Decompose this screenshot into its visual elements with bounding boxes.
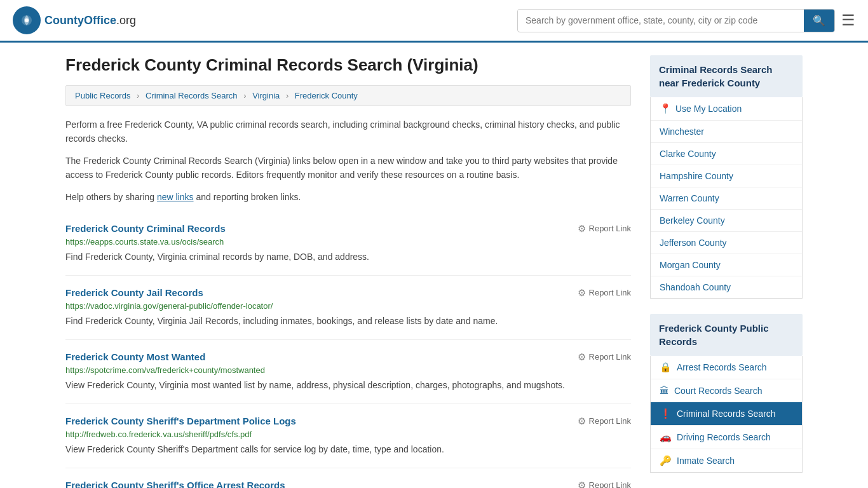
nearby-list-item[interactable]: Berkeley County [651, 210, 802, 232]
nearby-link-6[interactable]: Morgan County [651, 254, 802, 276]
search-bar: 🔍 [517, 9, 835, 32]
report-label-2: Report Link [589, 352, 631, 362]
public-records-list: 🔒Arrest Records Search🏛Court Records Sea… [650, 356, 803, 473]
breadcrumb-link-public-records[interactable]: Public Records [75, 91, 130, 100]
nearby-link-5[interactable]: Jefferson County [651, 232, 802, 254]
record-desc-0: Find Frederick County, Virginia criminal… [65, 250, 631, 264]
record-url-2: https://spotcrime.com/va/frederick+count… [65, 365, 631, 375]
use-location-link[interactable]: 📍Use My Location [651, 97, 802, 120]
record-url-3: http://fredweb.co.frederick.va.us/sherif… [65, 430, 631, 439]
record-title-0: Frederick County Criminal Records [65, 223, 226, 234]
breadcrumb-link-virginia[interactable]: Virginia [252, 91, 280, 100]
record-link-3[interactable]: Frederick County Sheriff's Department Po… [65, 416, 296, 426]
record-title-2: Frederick County Most Wanted [65, 351, 205, 362]
record-header: Frederick County Sheriff's Office Arrest… [65, 480, 631, 488]
main-content: Frederick County Criminal Records Search… [53, 43, 815, 488]
record-title-1: Frederick County Jail Records [65, 287, 203, 298]
breadcrumb: Public Records › Criminal Records Search… [65, 85, 631, 106]
desc3-before: Help others by sharing [65, 192, 157, 202]
public-records-link-1[interactable]: 🏛Court Records Search [651, 379, 802, 402]
nearby-link-1[interactable]: Clarke County [651, 143, 802, 165]
report-icon-4: ⚙ [578, 480, 586, 488]
public-records-link-2[interactable]: ❗Criminal Records Search [651, 402, 802, 425]
nearby-list-item[interactable]: Clarke County [651, 143, 802, 165]
nearby-list-item[interactable]: Jefferson County [651, 232, 802, 254]
breadcrumb-link-criminal-records[interactable]: Criminal Records Search [146, 91, 238, 100]
report-icon-2: ⚙ [578, 351, 586, 363]
nearby-title: Criminal Records Search near Frederick C… [650, 55, 803, 97]
record-item: Frederick County Most Wanted ⚙ Report Li… [65, 340, 631, 404]
record-url-1: https://vadoc.virginia.gov/general-publi… [65, 301, 631, 311]
public-records-list-item[interactable]: ❗Criminal Records Search [651, 402, 802, 426]
nearby-list-item[interactable]: Warren County [651, 187, 802, 210]
breadcrumb-sep-1: › [137, 91, 139, 100]
public-records-list-item[interactable]: 🚗Driving Records Search [651, 426, 802, 449]
record-desc-2: View Frederick County, Virginia most wan… [65, 379, 631, 392]
public-records-link-0[interactable]: 🔒Arrest Records Search [651, 356, 802, 379]
svg-point-2 [25, 18, 29, 22]
record-link-2[interactable]: Frederick County Most Wanted [65, 351, 205, 362]
public-records-list-item[interactable]: 🔑Inmate Search [651, 449, 802, 472]
public-records-list-item[interactable]: 🔒Arrest Records Search [651, 356, 802, 379]
record-item: Frederick County Jail Records ⚙ Report L… [65, 276, 631, 340]
nearby-link-4[interactable]: Berkeley County [651, 210, 802, 231]
report-link-3[interactable]: ⚙ Report Link [578, 416, 631, 427]
search-input[interactable] [518, 10, 804, 30]
record-item: Frederick County Criminal Records ⚙ Repo… [65, 212, 631, 276]
record-url-0: https://eapps.courts.state.va.us/ocis/se… [65, 237, 631, 247]
record-title-3: Frederick County Sheriff's Department Po… [65, 416, 296, 426]
nearby-link-0[interactable]: Winchester [651, 121, 802, 142]
report-link-4[interactable]: ⚙ Report Link [578, 480, 631, 488]
record-link-0[interactable]: Frederick County Criminal Records [65, 223, 226, 234]
report-label-4: Report Link [589, 480, 631, 488]
record-item: Frederick County Sheriff's Office Arrest… [65, 468, 631, 488]
report-label-3: Report Link [589, 416, 631, 426]
nearby-list-item[interactable]: Shandoah County [651, 276, 802, 298]
report-label-0: Report Link [589, 224, 631, 233]
nearby-use-location[interactable]: 📍Use My Location [651, 97, 802, 121]
public-records-link-4[interactable]: 🔑Inmate Search [651, 449, 802, 472]
nearby-link-2[interactable]: Hampshire County [651, 165, 802, 187]
record-header: Frederick County Most Wanted ⚙ Report Li… [65, 351, 631, 363]
record-header: Frederick County Jail Records ⚙ Report L… [65, 287, 631, 299]
nearby-link-7[interactable]: Shandoah County [651, 276, 802, 298]
nearby-link-3[interactable]: Warren County [651, 187, 802, 209]
content-area: Frederick County Criminal Records Search… [65, 55, 631, 488]
rec-icon-2: ❗ [660, 408, 672, 419]
record-header: Frederick County Sheriff's Department Po… [65, 416, 631, 427]
breadcrumb-sep-2: › [243, 91, 246, 100]
nearby-section: Criminal Records Search near Frederick C… [650, 55, 803, 299]
nearby-list-item[interactable]: Hampshire County [651, 165, 802, 187]
site-header: CountyOffice.org 🔍 ☰ [0, 0, 868, 43]
rec-icon-4: 🔑 [660, 455, 672, 466]
record-link-1[interactable]: Frederick County Jail Records [65, 287, 203, 298]
search-button[interactable]: 🔍 [804, 10, 834, 32]
logo-icon [13, 6, 41, 34]
report-link-1[interactable]: ⚙ Report Link [578, 287, 631, 299]
breadcrumb-link-county[interactable]: Frederick County [295, 91, 358, 100]
breadcrumb-sep-3: › [286, 91, 288, 100]
report-link-0[interactable]: ⚙ Report Link [578, 223, 631, 234]
sidebar: Criminal Records Search near Frederick C… [650, 55, 803, 488]
logo-area: CountyOffice.org [13, 6, 136, 34]
report-icon-0: ⚙ [578, 223, 586, 234]
description-3: Help others by sharing new links and rep… [65, 190, 631, 204]
nearby-list-item[interactable]: Winchester [651, 121, 802, 143]
public-records-list-item[interactable]: 🏛Court Records Search [651, 379, 802, 402]
public-records-link-3[interactable]: 🚗Driving Records Search [651, 426, 802, 449]
description-1: Perform a free Frederick County, VA publ… [65, 118, 631, 146]
new-links-link[interactable]: new links [157, 192, 194, 202]
header-search-area: 🔍 ☰ [517, 9, 855, 32]
menu-button[interactable]: ☰ [841, 11, 855, 29]
desc3-after: and reporting broken links. [194, 192, 301, 202]
report-icon-3: ⚙ [578, 416, 586, 427]
rec-icon-3: 🚗 [660, 431, 672, 443]
record-link-4[interactable]: Frederick County Sheriff's Office Arrest… [65, 480, 285, 488]
logo-text: CountyOffice.org [44, 14, 136, 27]
nearby-list-item[interactable]: Morgan County [651, 254, 802, 276]
record-title-4: Frederick County Sheriff's Office Arrest… [65, 480, 285, 488]
report-link-2[interactable]: ⚙ Report Link [578, 351, 631, 363]
record-item: Frederick County Sheriff's Department Po… [65, 404, 631, 468]
rec-icon-1: 🏛 [660, 385, 669, 396]
page-title: Frederick County Criminal Records Search… [65, 55, 631, 75]
